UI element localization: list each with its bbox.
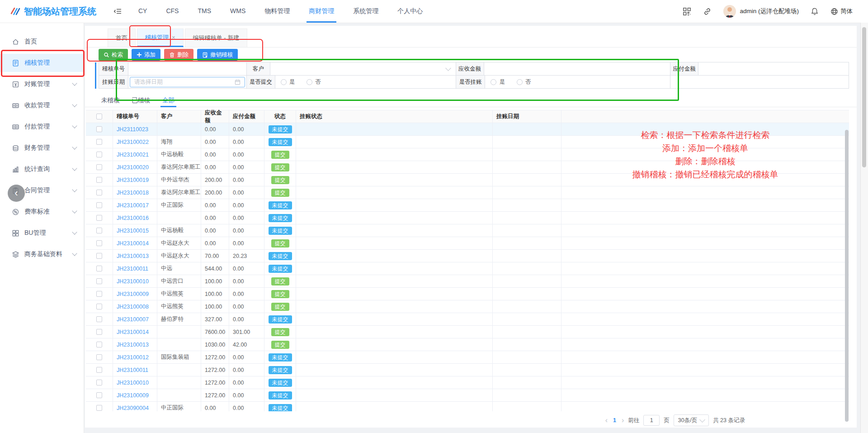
order-link[interactable]: JH23100019 (117, 177, 149, 183)
row-checkbox[interactable] (96, 367, 102, 373)
row-checkbox[interactable] (96, 152, 102, 157)
row-checkbox[interactable] (96, 380, 102, 385)
sidebar-item[interactable]: 首页 (0, 33, 84, 51)
row-checkbox[interactable] (96, 316, 102, 322)
revoke-audit-button[interactable]: 撤销稽核 (197, 49, 238, 61)
order-link[interactable]: JH23090004 (117, 405, 149, 411)
order-link[interactable]: JH23100017 (117, 202, 149, 209)
on-account-yes-radio[interactable]: 是 (491, 78, 505, 86)
order-link[interactable]: JH23100010 (117, 278, 149, 285)
row-checkbox[interactable] (96, 190, 102, 195)
sidebar-item[interactable]: 稽核管理 (0, 54, 84, 72)
status-subtab[interactable]: 已稽核 (132, 94, 151, 107)
header-nav-item[interactable]: TMS (188, 0, 221, 23)
user-menu[interactable]: admin (远洋仓配堆场) (723, 5, 799, 18)
row-checkbox[interactable] (96, 202, 102, 208)
sidebar-collapse-handle[interactable]: ‹ (8, 185, 25, 202)
sidebar-item[interactable]: 商务基础资料 (0, 245, 84, 263)
row-checkbox[interactable] (96, 215, 102, 221)
row-checkbox[interactable] (96, 304, 102, 309)
add-button[interactable]: 添加 (132, 49, 160, 61)
receivable-input[interactable] (484, 62, 671, 76)
sidebar-item[interactable]: 收款管理 (0, 96, 84, 114)
page-scrollbar[interactable] (860, 23, 868, 433)
submitted-no-radio[interactable]: 否 (307, 78, 321, 86)
order-link[interactable]: JH23100021 (117, 152, 149, 158)
order-link[interactable]: JH23100015 (117, 228, 149, 234)
header-nav-item[interactable]: CFS (156, 0, 188, 23)
row-checkbox[interactable] (96, 164, 102, 170)
row-checkbox[interactable] (96, 177, 102, 183)
qrcode-icon[interactable] (683, 7, 691, 16)
sidebar-item[interactable]: 统计查询 (0, 160, 84, 178)
order-link[interactable]: JH23100009 (117, 291, 149, 297)
row-checkbox[interactable] (96, 228, 102, 233)
link-icon[interactable] (703, 7, 712, 16)
order-link[interactable]: JH23100014 (117, 329, 149, 335)
sidebar-item[interactable]: BU管理 (0, 224, 84, 242)
sidebar-item[interactable]: 对账管理 (0, 75, 84, 93)
row-checkbox[interactable] (96, 392, 102, 398)
search-button[interactable]: 检索 (99, 49, 128, 61)
order-link[interactable]: JH23100022 (117, 139, 149, 145)
current-page[interactable]: 1 (612, 417, 618, 423)
goto-page-input[interactable]: 1 (643, 415, 660, 426)
customer-select[interactable] (270, 62, 456, 76)
order-link[interactable]: JH23100007 (117, 316, 149, 323)
order-link[interactable]: JH23100018 (117, 190, 149, 196)
submitted-yes-radio[interactable]: 是 (281, 78, 295, 86)
sidebar-collapse-icon[interactable] (113, 7, 123, 15)
header-nav-item[interactable]: CY (129, 0, 156, 23)
row-checkbox[interactable] (96, 278, 102, 284)
row-checkbox[interactable] (96, 405, 102, 411)
row-checkbox[interactable] (96, 266, 102, 271)
row-checkbox[interactable] (96, 291, 102, 297)
status-subtab[interactable]: 未稽核 (101, 94, 120, 107)
sidebar-item[interactable]: 费率标准 (0, 203, 84, 221)
order-link[interactable]: JH23100010 (117, 380, 149, 386)
header-nav-item[interactable]: 物料管理 (255, 0, 299, 23)
payable-input[interactable] (698, 62, 849, 76)
language-switch[interactable]: 简体 (830, 7, 853, 15)
sidebar-item[interactable]: 财务管理 (0, 139, 84, 157)
header-nav-item[interactable]: 个人中心 (388, 0, 432, 23)
order-link[interactable]: JH23100013 (117, 342, 149, 348)
order-link[interactable]: JH23100009 (117, 392, 149, 399)
order-link[interactable]: JH23100011 (117, 266, 148, 272)
page-size-select[interactable]: 30条/页 (674, 414, 709, 426)
status-subtab[interactable]: 全部 (162, 94, 175, 107)
delete-button[interactable]: 删除 (164, 49, 193, 61)
header-nav-item[interactable]: 系统管理 (344, 0, 388, 23)
next-page-button[interactable]: › (622, 417, 624, 424)
order-link[interactable]: JH23100020 (117, 164, 149, 171)
order-no-input[interactable] (128, 62, 247, 76)
bell-icon[interactable] (811, 7, 819, 16)
close-icon[interactable]: × (172, 29, 175, 46)
order-link[interactable]: JH23100011 (117, 367, 148, 373)
table-scrollbar-thumb[interactable] (845, 130, 849, 422)
row-checkbox[interactable] (96, 253, 102, 259)
sidebar-item[interactable]: 付款管理 (0, 118, 84, 136)
header-nav-item[interactable]: WMS (221, 0, 255, 23)
date-picker-input[interactable]: 请选择日期 (130, 77, 245, 87)
on-account-no-radio[interactable]: 否 (517, 78, 531, 86)
select-all-checkbox[interactable] (96, 114, 102, 119)
order-link[interactable]: JH23100013 (117, 253, 149, 259)
page-tab[interactable]: 首页 (108, 29, 136, 47)
row-checkbox[interactable] (96, 126, 102, 132)
order-link[interactable]: JH23100008 (117, 304, 149, 310)
row-checkbox[interactable] (96, 329, 102, 335)
page-scrollbar-thumb[interactable] (862, 27, 866, 167)
row-checkbox[interactable] (96, 342, 102, 347)
order-link[interactable]: JH23100014 (117, 240, 149, 247)
header-nav-item[interactable]: 商财管理 (299, 0, 344, 23)
order-link[interactable]: JH23100012 (117, 354, 149, 361)
row-checkbox[interactable] (96, 240, 102, 246)
row-checkbox[interactable] (96, 354, 102, 360)
page-tab[interactable]: 编辑稽核单 - 新建 (185, 29, 248, 47)
row-checkbox[interactable] (96, 139, 102, 145)
order-link[interactable]: JH23110023 (117, 126, 148, 133)
page-tab[interactable]: 稽核管理× (137, 29, 184, 47)
order-link[interactable]: JH23100016 (117, 215, 149, 221)
prev-page-button[interactable]: ‹ (605, 417, 608, 424)
